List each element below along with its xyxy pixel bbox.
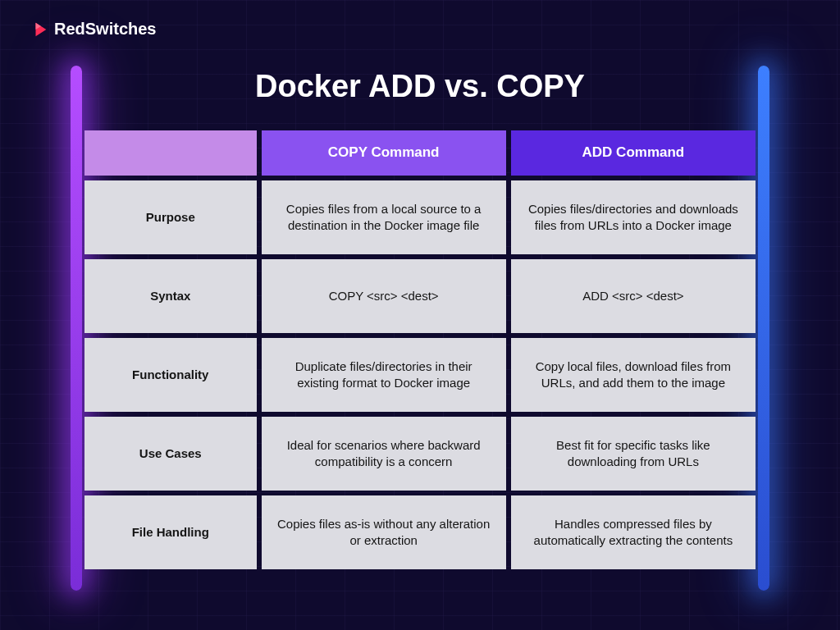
play-icon xyxy=(31,21,49,39)
row-label: Use Cases xyxy=(84,417,257,491)
row-label: File Handling xyxy=(84,495,257,569)
cell-add: Copies files/directories and downloads f… xyxy=(511,180,756,254)
row-label: Syntax xyxy=(84,259,257,333)
cell-add: ADD <src> <dest> xyxy=(511,259,756,333)
header-blank xyxy=(84,130,257,176)
brand-name: RedSwitches xyxy=(54,20,156,39)
header-copy: COPY Command xyxy=(262,130,506,176)
table-row: File Handling Copies files as-is without… xyxy=(84,495,756,569)
cell-add: Handles compressed files by automaticall… xyxy=(511,495,756,569)
cell-add: Best fit for specific tasks like downloa… xyxy=(511,417,756,491)
cell-copy: Ideal for scenarios where backward compa… xyxy=(262,417,506,491)
brand-logo: RedSwitches xyxy=(31,20,156,39)
row-label: Functionality xyxy=(84,338,257,412)
cell-copy: Duplicate files/directories in their exi… xyxy=(262,338,506,412)
cell-copy: COPY <src> <dest> xyxy=(262,259,506,333)
cell-copy: Copies files from a local source to a de… xyxy=(262,180,506,254)
cell-add: Copy local files, download files from UR… xyxy=(511,338,756,412)
table-row: Purpose Copies files from a local source… xyxy=(84,180,756,254)
header-add: ADD Command xyxy=(511,130,756,176)
page-title: Docker ADD vs. COPY xyxy=(0,69,840,104)
cell-copy: Copies files as-is without any alteratio… xyxy=(262,495,506,569)
comparison-table-container: COPY Command ADD Command Purpose Copies … xyxy=(80,126,760,574)
row-label: Purpose xyxy=(84,180,257,254)
table-row: Use Cases Ideal for scenarios where back… xyxy=(84,417,756,491)
table-row: Syntax COPY <src> <dest> ADD <src> <dest… xyxy=(84,259,756,333)
table-row: Functionality Duplicate files/directorie… xyxy=(84,338,756,412)
comparison-table: COPY Command ADD Command Purpose Copies … xyxy=(80,126,760,574)
